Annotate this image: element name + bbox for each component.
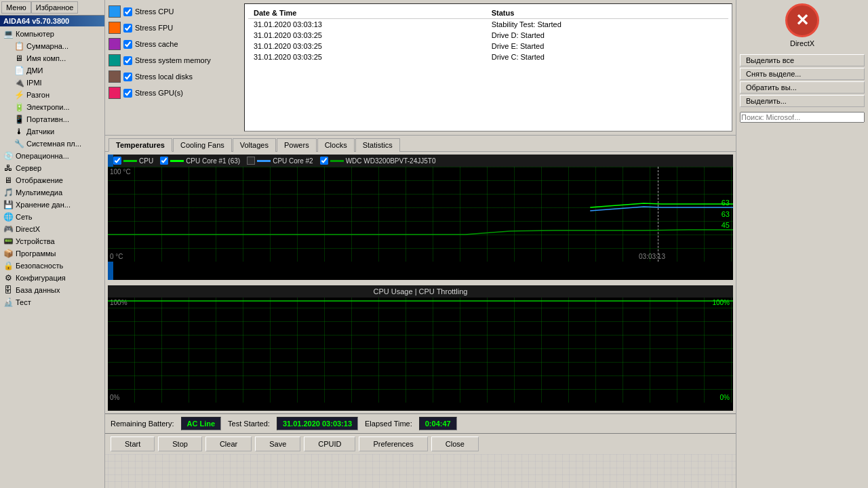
- stress-item-3[interactable]: Stress system memory: [108, 52, 237, 68]
- legend-core1-checkbox[interactable]: [160, 157, 168, 165]
- sidebar-item-test[interactable]: 🔬 Тест: [0, 296, 104, 308]
- stress-checkbox-5[interactable]: [123, 89, 132, 98]
- sidebar-item-overclock[interactable]: ⚡ Разгон: [0, 89, 104, 101]
- cpu-chart-svg: [108, 298, 733, 403]
- name-icon: 🖥: [14, 53, 24, 64]
- sidebar-item-label: Операционна...: [16, 152, 69, 160]
- sidebar-item-portable[interactable]: 📱 Портативн...: [0, 113, 104, 125]
- sidebar-item-os[interactable]: 💿 Операционна...: [0, 150, 104, 162]
- right-btn-3[interactable]: Выделить...: [740, 95, 865, 107]
- stress-item-2[interactable]: Stress cache: [108, 36, 237, 52]
- stress-label-4: Stress local disks: [135, 73, 193, 81]
- right-btn-1[interactable]: Снять выделе...: [740, 68, 865, 80]
- sidebar-item-summary[interactable]: 📋 Суммарна...: [0, 40, 104, 52]
- sidebar-item-label: ДМИ: [26, 66, 43, 75]
- cell-status-3: Drive C: Started: [486, 52, 728, 62]
- sidebar-item-display[interactable]: 🖥 Отображение: [0, 174, 104, 186]
- tab-statistics[interactable]: Statistics: [355, 138, 400, 152]
- btn-cpuid[interactable]: CPUID: [304, 436, 355, 451]
- stress-checkbox-3[interactable]: [123, 56, 132, 65]
- sidebar-item-label: Устройства: [16, 237, 55, 245]
- legend-core2-label: CPU Core #2: [273, 157, 313, 165]
- sidebar-item-storage[interactable]: 💾 Хранение дан...: [0, 199, 104, 211]
- directx-button[interactable]: ✕ DirectX: [740, 3, 865, 47]
- search-input[interactable]: [740, 112, 865, 123]
- sidebar-item-dmi[interactable]: 📄 ДМИ: [0, 64, 104, 77]
- dmi-icon: 📄: [14, 65, 24, 76]
- btn-clear[interactable]: Clear: [205, 436, 252, 451]
- display-icon: 🖥: [3, 175, 14, 186]
- temperature-chart: CPU CPU Core #1 (63) CPU Core #2 WDC WD3…: [108, 155, 733, 280]
- tab-temperatures[interactable]: Temperatures: [108, 138, 172, 152]
- sidebar-item-multimedia[interactable]: 🎵 Мультимедиа: [0, 186, 104, 199]
- sidebar-item-name[interactable]: 🖥 Имя комп...: [0, 52, 104, 64]
- favorites-button[interactable]: Избранное: [31, 1, 79, 14]
- legend-wdc-checkbox[interactable]: [320, 157, 328, 165]
- directx-label: DirectX: [790, 39, 814, 47]
- chart-legend: CPU CPU Core #1 (63) CPU Core #2 WDC WD3…: [108, 155, 733, 167]
- server-icon: 🖧: [3, 163, 14, 174]
- charts-area: CPU CPU Core #1 (63) CPU Core #2 WDC WD3…: [105, 151, 736, 413]
- table-row: 31.01.2020 03:03:25 Drive C: Started: [248, 52, 728, 62]
- sidebar-item-label: Тест: [16, 298, 31, 306]
- stress-item-0[interactable]: Stress CPU: [108, 3, 237, 20]
- stress-label-2: Stress cache: [135, 40, 178, 48]
- legend-core2-box: [247, 157, 255, 165]
- right-btn-0[interactable]: Выделить все: [740, 54, 865, 66]
- btn-preferences[interactable]: Preferences: [359, 436, 427, 451]
- sidebar-item-sensors[interactable]: 🌡 Датчики: [0, 125, 104, 138]
- cell-status-0: Stability Test: Started: [486, 19, 728, 30]
- sidebar-item-label: Разгон: [26, 91, 50, 99]
- sidebar-item-ipmi[interactable]: 🔌 IPMI: [0, 77, 104, 89]
- sidebar-item-power[interactable]: 🔋 Электропи...: [0, 101, 104, 113]
- sidebar-item-label: Имя комп...: [26, 54, 66, 62]
- directx-icon: 🎮: [3, 224, 14, 235]
- sidebar-item-directx[interactable]: 🎮 DirectX: [0, 223, 104, 235]
- test-started-value: 31.01.2020 03:03:13: [277, 417, 358, 430]
- computer-icon: 💻: [3, 28, 14, 39]
- menu-button[interactable]: Меню: [1, 1, 31, 14]
- tab-voltages[interactable]: Voltages: [233, 138, 276, 152]
- tab-clocks[interactable]: Clocks: [317, 138, 355, 152]
- cpu-chart-title: CPU Usage | CPU Throttling: [108, 285, 733, 298]
- legend-cpu-checkbox[interactable]: [113, 157, 121, 165]
- stress-item-1[interactable]: Stress FPU: [108, 20, 237, 36]
- stress-checkbox-0[interactable]: [123, 7, 132, 16]
- value-labels: 63 63 45: [722, 197, 730, 231]
- btn-stop[interactable]: Stop: [158, 436, 202, 451]
- stress-icon-3: [108, 54, 121, 66]
- right-btn-2[interactable]: Обратить вы...: [740, 81, 865, 94]
- portable-icon: 📱: [14, 114, 24, 125]
- sidebar-item-network[interactable]: 🌐 Сеть: [0, 211, 104, 223]
- sidebar-item-devices[interactable]: 📟 Устройства: [0, 235, 104, 247]
- sidebar-item-config[interactable]: ⚙ Конфигурация: [0, 272, 104, 284]
- sidebar-item-label: Хранение дан...: [16, 201, 71, 209]
- sidebar-item-motherboard[interactable]: 🔧 Системная пл...: [0, 138, 104, 150]
- button-bar: StartStopClearSaveCPUIDPreferencesClose: [105, 433, 736, 454]
- btn-close[interactable]: Close: [431, 436, 479, 451]
- stress-item-5[interactable]: Stress GPU(s): [108, 85, 237, 101]
- stress-checkbox-4[interactable]: [123, 73, 132, 81]
- sidebar-item-programs[interactable]: 📦 Программы: [0, 247, 104, 260]
- btn-save[interactable]: Save: [255, 436, 300, 451]
- stress-icon-1: [108, 22, 121, 34]
- sidebar-item-security[interactable]: 🔒 Безопасность: [0, 260, 104, 272]
- stress-item-4[interactable]: Stress local disks: [108, 68, 237, 85]
- btn-start[interactable]: Start: [111, 436, 155, 451]
- stress-label-1: Stress FPU: [135, 24, 173, 32]
- sidebar-item-label: Компьютер: [16, 30, 54, 38]
- sidebar-item-label: Сервер: [16, 164, 41, 172]
- tab-cooling-fans[interactable]: Cooling Fans: [173, 138, 232, 152]
- tab-powers[interactable]: Powers: [277, 138, 317, 152]
- stress-icon-2: [108, 38, 121, 50]
- elapsed-label: Elapsed Time:: [365, 420, 412, 428]
- temp-chart-area: 100 °C 0 °C 03:03:13 63 63: [108, 167, 733, 262]
- battery-label: Remaining Battery:: [111, 420, 174, 428]
- sidebar-item-server[interactable]: 🖧 Сервер: [0, 162, 104, 174]
- directx-icon: ✕: [785, 3, 819, 37]
- stress-checkbox-1[interactable]: [123, 24, 132, 33]
- sidebar-item-database[interactable]: 🗄 База данных: [0, 284, 104, 296]
- sensors-icon: 🌡: [14, 126, 24, 137]
- sidebar-item-computer[interactable]: 💻 Компьютер: [0, 28, 104, 40]
- stress-checkbox-2[interactable]: [123, 40, 132, 49]
